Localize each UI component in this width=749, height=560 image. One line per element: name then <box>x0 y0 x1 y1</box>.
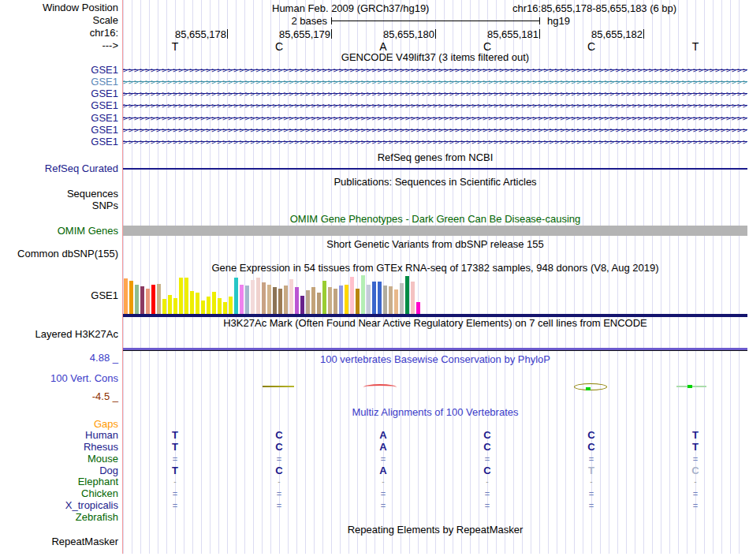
gse1-transcript-label[interactable]: GSE1 <box>0 113 118 124</box>
sequences-label[interactable]: Sequences <box>0 189 118 200</box>
multiz-species-label[interactable]: Chicken <box>0 488 118 499</box>
gtex-tissue-bar <box>367 285 371 315</box>
base-letter: C <box>435 40 539 53</box>
multiz-alignment-cell: - <box>643 476 747 487</box>
multiz-alignment-cell: C <box>435 430 539 441</box>
multiz-alignment-cell: = <box>643 454 747 465</box>
publications-track-title[interactable]: Publications: Sequences in Scientific Ar… <box>123 177 747 188</box>
omim-genes-label[interactable]: OMIM Genes <box>0 226 118 237</box>
multiz-species-label[interactable]: Mouse <box>0 454 118 465</box>
repeatmasker-label[interactable]: RepeatMasker <box>0 536 118 547</box>
snps-label[interactable]: SNPs <box>0 200 118 211</box>
dbsnp-label[interactable]: Common dbSNP(155) <box>0 248 118 259</box>
multiz-alignment-cell: T <box>123 442 227 453</box>
multiz-alignment-cell: = <box>227 500 331 511</box>
gse1-transcript-label[interactable]: GSE1 <box>0 100 118 111</box>
gse1-transcript-arrows[interactable]: >>>>>>>>>>>>>>>>>>>>>>>>>>>>>>>>>>>>>>>>… <box>123 77 747 88</box>
gtex-tissue-bar <box>207 297 211 315</box>
gse1-transcript-arrows[interactable]: >>>>>>>>>>>>>>>>>>>>>>>>>>>>>>>>>>>>>>>>… <box>123 88 747 99</box>
gtex-tissue-bar <box>245 286 249 315</box>
multiz-alignment-cell: T <box>643 442 747 453</box>
gse1-transcript-arrows[interactable]: >>>>>>>>>>>>>>>>>>>>>>>>>>>>>>>>>>>>>>>>… <box>123 125 747 136</box>
multiz-alignment-cell: = <box>435 500 539 511</box>
multiz-alignment-cell: C <box>435 465 539 476</box>
gtex-tissue-bar <box>151 285 155 315</box>
coordinate-value: 85,655,182 <box>540 28 643 40</box>
multiz-species-label[interactable]: Dog <box>0 465 118 476</box>
h3k27ac-signal-line <box>123 348 747 351</box>
gse1-transcript-label[interactable]: GSE1 <box>0 77 118 88</box>
gse1-transcript-arrows[interactable]: >>>>>>>>>>>>>>>>>>>>>>>>>>>>>>>>>>>>>>>>… <box>123 100 747 111</box>
repeatmasker-track-title[interactable]: Repeating Elements by RepeatMasker <box>123 525 747 536</box>
gtex-tissue-bar <box>372 282 376 315</box>
omim-gene-bar[interactable] <box>123 226 747 236</box>
gencode-track-title[interactable]: GENCODE V49lift37 (3 items filtered out) <box>123 52 747 63</box>
gtex-track-title[interactable]: Gene Expression in 54 tissues from GTEx … <box>123 263 747 274</box>
gtex-tissue-bar <box>328 287 332 315</box>
coordinate-value: 85,655,179 <box>228 28 330 40</box>
multiz-track-title[interactable]: Multiz Alignments of 100 Vertebrates <box>123 407 747 418</box>
multiz-alignment-cell: T <box>123 430 227 441</box>
refseq-gene-line[interactable] <box>123 168 747 170</box>
gtex-tissue-bar <box>234 278 238 315</box>
multiz-alignment-cell: T <box>123 465 227 476</box>
multiz-alignment-cell: C <box>539 430 643 441</box>
multiz-alignment-cell: = <box>331 500 435 511</box>
gse1-transcript-label[interactable]: GSE1 <box>0 136 118 147</box>
gtex-tissue-bar <box>416 302 420 315</box>
base-letter: T <box>643 40 747 53</box>
gtex-tissue-bar <box>240 285 244 315</box>
window-position-label: Window Position <box>0 2 118 13</box>
multiz-alignment-cell: C <box>539 442 643 453</box>
multiz-alignment-cell: T <box>643 430 747 441</box>
phylop-dot-base5 <box>586 387 591 390</box>
gtex-tissue-bar <box>179 278 183 315</box>
multiz-alignment-cell: = <box>331 488 435 499</box>
assembly-text: Human Feb. 2009 (GRCh37/hg19) <box>272 2 429 14</box>
gtex-tissue-bar <box>218 298 222 315</box>
gse1-transcript-arrows[interactable]: >>>>>>>>>>>>>>>>>>>>>>>>>>>>>>>>>>>>>>>>… <box>123 113 747 124</box>
phylop-track-title[interactable]: 100 vertebrates Basewise Conservation by… <box>123 354 747 365</box>
omim-track-title[interactable]: OMIM Gene Phenotypes - Dark Green Can Be… <box>123 214 747 225</box>
multiz-species-label[interactable]: Zebrafish <box>0 512 118 523</box>
multiz-alignment-cell: C <box>227 442 331 453</box>
gtex-tissue-bar <box>267 285 271 315</box>
multiz-species-label[interactable]: Human <box>0 430 118 441</box>
multiz-species-label[interactable]: X_tropicalis <box>0 500 118 511</box>
phylop-label[interactable]: 100 Vert. Cons <box>0 373 118 384</box>
gtex-tissue-bar <box>378 282 382 315</box>
gtex-tissue-bar <box>135 285 139 315</box>
gtex-tissue-bar <box>212 292 216 315</box>
refseq-track-title[interactable]: RefSeq genes from NCBI <box>123 152 747 163</box>
gtex-gene-label[interactable]: GSE1 <box>0 290 118 301</box>
refseq-curated-label[interactable]: RefSeq Curated <box>0 163 118 174</box>
gtex-tissue-bar <box>394 289 398 315</box>
gtex-tissue-bar <box>411 282 415 315</box>
phylop-mark-base3 <box>363 384 397 390</box>
multiz-species-label[interactable]: Elephant <box>0 476 118 487</box>
dbsnp-track-title[interactable]: Short Genetic Variants from dbSNP releas… <box>123 239 747 250</box>
gse1-transcript-arrows[interactable]: >>>>>>>>>>>>>>>>>>>>>>>>>>>>>>>>>>>>>>>>… <box>123 136 747 147</box>
h3k27ac-track-title[interactable]: H3K27Ac Mark (Often Found Near Active Re… <box>123 318 747 329</box>
strand-arrow-label[interactable]: ---> <box>0 40 118 51</box>
h3k27ac-label[interactable]: Layered H3K27Ac <box>0 329 118 340</box>
gtex-tissue-bar <box>405 276 409 315</box>
multiz-alignment-cell: A <box>331 442 435 453</box>
gtex-tissue-bar <box>284 286 288 315</box>
gtex-expression-bar-chart[interactable] <box>124 275 431 315</box>
gse1-transcript-label[interactable]: GSE1 <box>0 88 118 99</box>
gse1-transcript-label[interactable]: GSE1 <box>0 65 118 76</box>
base-letter: C <box>539 40 643 53</box>
gse1-transcript-label[interactable]: GSE1 <box>0 125 118 136</box>
multiz-alignment-cell: = <box>539 488 643 499</box>
gse1-transcript-arrows[interactable]: >>>>>>>>>>>>>>>>>>>>>>>>>>>>>>>>>>>>>>>>… <box>123 65 747 76</box>
multiz-alignment-cell: = <box>227 454 331 465</box>
gtex-tissue-bar <box>256 278 260 315</box>
gtex-tissue-bar <box>339 286 343 315</box>
gtex-tissue-bar <box>251 280 255 315</box>
multiz-species-label[interactable]: Rhesus <box>0 442 118 453</box>
gtex-tissue-bar <box>389 286 393 315</box>
gtex-tissue-bar <box>229 297 233 315</box>
gtex-tissue-bar <box>295 287 299 315</box>
multiz-species-label[interactable]: Gaps <box>0 419 118 430</box>
